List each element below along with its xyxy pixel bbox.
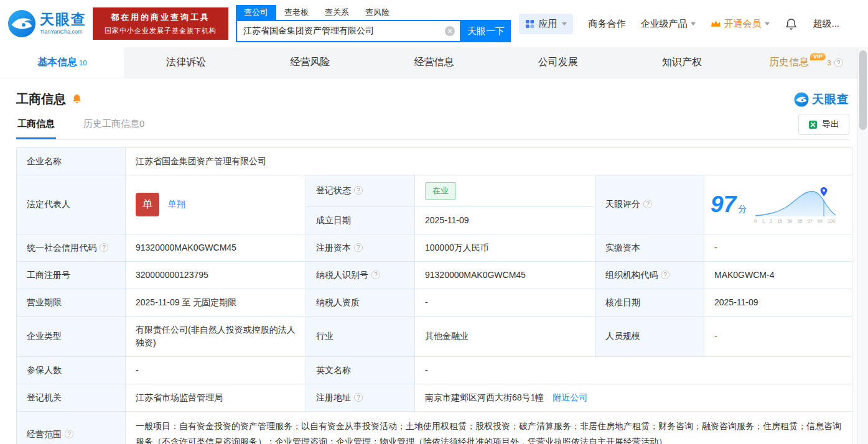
tab-operation-info[interactable]: 经营信息 bbox=[372, 47, 496, 78]
search-tab-boss[interactable]: 查老板 bbox=[276, 5, 317, 20]
search-tab-relation[interactable]: 查关系 bbox=[317, 5, 357, 20]
tianyancha-logo[interactable]: 天眼查 TianYanCha.com bbox=[7, 9, 86, 38]
table-row: 统一社会信用代码? 91320000MAK0GWCM45 注册资本? 10000… bbox=[17, 234, 852, 261]
table-row: 参保人数 - 英文名称 - bbox=[17, 356, 852, 384]
value-reg-number: 320000000123795 bbox=[126, 261, 306, 289]
label-staff-size: 人员规模 bbox=[595, 316, 704, 356]
value-insured-count: - bbox=[126, 356, 306, 384]
score-distribution-chart: 01 315 5065 9799 100 bbox=[754, 186, 836, 223]
subscribe-bell-icon[interactable] bbox=[71, 93, 83, 105]
value-score: 97分 bbox=[704, 175, 852, 234]
help-icon[interactable]: ? bbox=[354, 393, 363, 402]
table-row: 登记机关 江苏省市场监督管理局 注册地址? 南京市建邺区河西大街68号1幢 附近… bbox=[17, 384, 852, 411]
table-row: 营业期限 2025-11-09 至 无固定期限 纳税人资质 - 核准日期 202… bbox=[17, 289, 852, 316]
menu-business-cooperation[interactable]: 商务合作 bbox=[588, 18, 625, 30]
section-watermark-logo: 天眼查 bbox=[794, 91, 849, 108]
help-icon[interactable]: ? bbox=[354, 186, 363, 195]
tab-legal-litigation[interactable]: 法律诉讼 bbox=[124, 47, 248, 78]
tab-operation-risk[interactable]: 经营风险 bbox=[248, 47, 372, 78]
menu-enterprise-products[interactable]: 企业级产品 bbox=[640, 18, 696, 30]
bell-icon bbox=[785, 17, 798, 30]
label-score: 天眼评分? bbox=[595, 175, 704, 234]
value-credit-code: 91320000MAK0GWCM45 bbox=[126, 234, 306, 261]
search-button[interactable]: 天眼一下 bbox=[461, 20, 511, 42]
vertical-scrollbar[interactable] bbox=[857, 48, 868, 444]
nearby-companies-link[interactable]: 附近公司 bbox=[553, 392, 587, 402]
score-number: 97分 bbox=[711, 193, 747, 216]
apps-label: 应用 bbox=[538, 18, 557, 30]
watermark-brand-text: 天眼查 bbox=[812, 91, 849, 108]
value-industry: 其他金融业 bbox=[415, 316, 595, 356]
sub-tabs: 工商信息 历史工商信息0 导出 bbox=[16, 114, 849, 140]
tab-company-development-label: 公司发展 bbox=[538, 56, 578, 69]
menu-open-vip[interactable]: 开通会员 bbox=[711, 18, 770, 30]
menu-super-vip[interactable]: 超级... bbox=[813, 18, 839, 30]
legal-rep-link[interactable]: 单翔 bbox=[168, 198, 185, 211]
apps-grid-icon bbox=[525, 19, 534, 29]
tab-history-info-count: 3 bbox=[828, 59, 831, 67]
value-approval-date: 2025-11-09 bbox=[704, 289, 852, 316]
value-reg-authority: 江苏省市场监督管理局 bbox=[126, 384, 306, 411]
tab-basic-info-label: 基本信息 bbox=[37, 56, 77, 69]
apps-menu[interactable]: 应用 bbox=[519, 14, 573, 34]
help-icon[interactable]: ? bbox=[643, 200, 652, 208]
tab-intellectual-property[interactable]: 知识产权 bbox=[620, 47, 744, 78]
export-button[interactable]: 导出 bbox=[798, 114, 849, 135]
label-paid-capital: 实缴资本 bbox=[595, 234, 704, 261]
page-title: 工商信息 bbox=[16, 91, 66, 108]
label-taxpayer-id: 纳税人识别号? bbox=[306, 261, 415, 289]
open-vip-label: 开通会员 bbox=[724, 18, 761, 30]
table-row: 工商注册号 320000000123795 纳税人识别号? 91320000MA… bbox=[17, 261, 852, 289]
chevron-down-icon bbox=[562, 22, 567, 25]
help-icon[interactable]: ? bbox=[100, 243, 108, 252]
label-org-code: 组织机构代码? bbox=[595, 261, 704, 289]
excel-icon bbox=[808, 120, 818, 129]
label-reg-status: 登记状态? bbox=[306, 175, 415, 207]
help-icon[interactable]: ? bbox=[834, 58, 843, 67]
label-reg-authority: 登记机关 bbox=[17, 384, 126, 411]
value-taxpayer-quality: - bbox=[415, 289, 595, 316]
vip-badge: VIP bbox=[810, 53, 826, 60]
table-row: 企业名称 江苏省国金集团资产管理有限公司 bbox=[17, 148, 852, 175]
notifications-button[interactable] bbox=[785, 17, 798, 30]
search-input[interactable] bbox=[237, 26, 460, 36]
help-icon[interactable]: ? bbox=[661, 271, 670, 279]
tab-legal-litigation-label: 法律诉讼 bbox=[166, 56, 206, 69]
value-reg-status: 在业 bbox=[415, 175, 595, 207]
help-icon[interactable]: ? bbox=[65, 430, 73, 438]
label-taxpayer-quality: 纳税人资质 bbox=[306, 289, 415, 316]
value-paid-capital: - bbox=[704, 234, 852, 261]
label-business-scope: 经营范围? bbox=[17, 411, 126, 444]
scrollbar-thumb[interactable] bbox=[859, 50, 867, 130]
export-label: 导出 bbox=[822, 119, 839, 130]
subtab-history-business-info[interactable]: 历史工商信息0 bbox=[82, 118, 146, 139]
score-chart-ticks: 01 315 5065 9799 100 bbox=[754, 219, 835, 223]
top-header: 天眼查 TianYanCha.com 都在用的商业查询工具 国家中小企业发展子基… bbox=[0, 0, 868, 47]
search-tab-risk[interactable]: 查风险 bbox=[357, 5, 398, 20]
label-reg-number: 工商注册号 bbox=[17, 261, 126, 289]
business-info-table: 企业名称 江苏省国金集团资产管理有限公司 法定代表人 单 单翔 登记状态? 在业… bbox=[16, 147, 852, 444]
label-company-name: 企业名称 bbox=[17, 148, 126, 175]
tab-company-development[interactable]: 公司发展 bbox=[496, 47, 620, 78]
search-tabs: 查公司 查老板 查关系 查风险 bbox=[236, 5, 511, 20]
tab-history-info[interactable]: 历史信息 VIP 3 ? bbox=[744, 47, 868, 78]
value-reg-capital: 100000万人民币 bbox=[415, 234, 595, 261]
help-icon[interactable]: ? bbox=[354, 243, 363, 252]
value-taxpayer-id: 91320000MAK0GWCM45 bbox=[415, 261, 595, 289]
label-est-date: 成立日期 bbox=[306, 206, 415, 234]
search-tab-company[interactable]: 查公司 bbox=[236, 5, 276, 20]
tab-basic-info[interactable]: 基本信息 10 bbox=[0, 47, 124, 78]
score-unit: 分 bbox=[738, 204, 747, 214]
legal-rep-avatar[interactable]: 单 bbox=[136, 193, 159, 216]
value-reg-address: 南京市建邺区河西大街68号1幢 附近公司 bbox=[415, 384, 852, 411]
subtab-business-info[interactable]: 工商信息 bbox=[16, 118, 56, 139]
value-company-name: 江苏省国金集团资产管理有限公司 bbox=[126, 148, 852, 175]
help-icon[interactable]: ? bbox=[371, 271, 380, 279]
table-row: 企业类型 有限责任公司(非自然人投资或控股的法人独资) 行业 其他金融业 人员规… bbox=[17, 316, 852, 356]
value-english-name: - bbox=[415, 356, 852, 384]
chevron-down-icon bbox=[765, 22, 770, 25]
logo-brand-text: 天眼查 bbox=[40, 12, 86, 27]
tab-operation-info-label: 经营信息 bbox=[414, 56, 454, 69]
value-legal-rep: 单 单翔 bbox=[126, 175, 306, 234]
clear-icon[interactable]: ✕ bbox=[445, 26, 455, 36]
